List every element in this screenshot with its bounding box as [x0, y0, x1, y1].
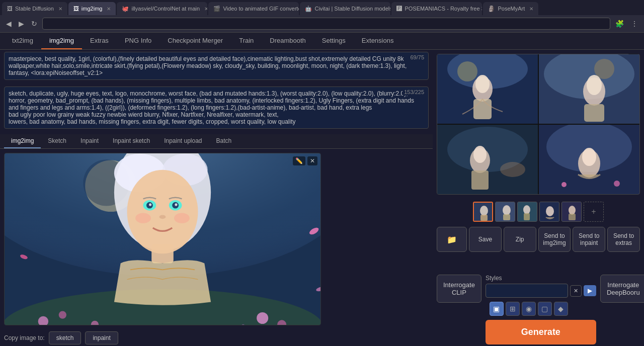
thumbnail-0[interactable]	[473, 202, 493, 222]
svg-point-7	[257, 312, 268, 324]
sub-tab-inpaint[interactable]: Inpaint	[73, 134, 106, 148]
tab-favicon: 🗿	[488, 6, 495, 12]
nav-tab-img2img[interactable]: img2img	[41, 33, 82, 49]
nav-tab-extras[interactable]: Extras	[82, 33, 117, 49]
tab-label: illyasviel/ControlNet at main	[131, 6, 200, 12]
browser-chrome: 🖼 Stable Diffusion ✕ 🖼 img2img ✕ 🐙 illya…	[0, 0, 644, 33]
negative-prompt-textarea[interactable]: sketch, duplicate, ugly, huge eyes, text…	[4, 86, 429, 129]
generated-image-3[interactable]	[437, 125, 538, 194]
svg-rect-43	[471, 170, 489, 190]
sub-tab-inpaint-sketch[interactable]: Inpaint sketch	[106, 134, 157, 148]
reload-button[interactable]: ↻	[29, 19, 39, 29]
positive-prompt-counter: 69/75	[409, 54, 426, 61]
positive-prompt-textarea[interactable]: masterpiece, best quality, 1girl, (color…	[4, 52, 429, 80]
interrogate-clip-button[interactable]: Interrogate CLIP	[437, 275, 481, 303]
tab-label: PoseMyArt	[498, 6, 525, 12]
tab-posemaniacs[interactable]: 🅿 POSEMANIACS - Royalty free 3... ✕	[391, 2, 482, 15]
svg-point-51	[614, 181, 620, 187]
styles-clear-button[interactable]: ✕	[570, 285, 582, 297]
svg-rect-57	[503, 214, 510, 220]
svg-point-21	[159, 215, 166, 219]
add-thumbnail-button[interactable]: +	[584, 202, 604, 222]
send-to-extras-button[interactable]: Send to extras	[607, 227, 640, 252]
tab-close-icon[interactable]: ✕	[204, 6, 207, 12]
controls-panel: Interrogate CLIP Styles ✕ ▶	[433, 273, 644, 346]
svg-point-23	[135, 213, 151, 224]
copy-to-inpaint-button[interactable]: inpaint	[85, 331, 118, 344]
tab-close-icon[interactable]: ✕	[529, 6, 533, 12]
thumbnail-1[interactable]	[495, 202, 515, 222]
thumbnail-4[interactable]	[561, 202, 582, 222]
negative-prompt-box: sketch, duplicate, ugly, huge eyes, text…	[4, 86, 429, 130]
nav-tab-dreambooth[interactable]: Dreambooth	[262, 33, 314, 49]
sub-tab-batch[interactable]: Batch	[209, 134, 239, 148]
sub-tab-sketch[interactable]: Sketch	[41, 134, 73, 148]
send-to-inpaint-button[interactable]: Send to inpaint	[573, 227, 605, 252]
right-sidebar: ✕	[433, 50, 644, 346]
tab-stable-diffusion[interactable]: 🖼 Stable Diffusion ✕	[2, 2, 67, 15]
style-icon-4[interactable]: ◆	[554, 302, 568, 316]
style-icon-0[interactable]: ▣	[490, 302, 504, 316]
styles-input[interactable]	[486, 284, 568, 298]
thumbnail-3[interactable]	[539, 202, 559, 222]
positive-prompt-section: masterpiece, best quality, 1girl, (color…	[0, 50, 433, 85]
nav-tab-settings[interactable]: Settings	[314, 33, 354, 49]
back-button[interactable]: ◀	[4, 19, 14, 29]
nav-tab-train[interactable]: Train	[231, 33, 262, 49]
tab-bar: 🖼 Stable Diffusion ✕ 🖼 img2img ✕ 🐙 illya…	[0, 0, 644, 15]
nav-tab-extensions[interactable]: Extensions	[354, 33, 402, 49]
sub-tab-img2img[interactable]: img2img	[4, 134, 41, 148]
tab-favicon: 🖼	[7, 6, 13, 12]
tab-close-icon[interactable]: ✕	[107, 6, 111, 12]
img2img-area: ✏️ ✕	[0, 149, 433, 329]
tab-img2img[interactable]: 🖼 img2img ✕	[68, 2, 116, 15]
left-column: masterpiece, best quality, 1girl, (color…	[0, 50, 433, 346]
svg-point-39	[587, 75, 602, 95]
nav-tab-checkpoint-merger[interactable]: Checkpoint Merger	[159, 33, 231, 49]
style-icon-1[interactable]: ⊞	[506, 302, 520, 316]
svg-point-6	[59, 311, 66, 318]
portrait-image	[5, 153, 320, 325]
copy-to-sketch-button[interactable]: sketch	[49, 331, 82, 344]
svg-point-53	[480, 206, 488, 216]
zip-button[interactable]: Zip	[504, 227, 536, 252]
send-to-img2img-button[interactable]: Send to img2img	[538, 227, 571, 252]
styles-input-row: ✕ ▶	[486, 284, 596, 298]
menu-button[interactable]: ⋮	[629, 19, 640, 29]
tab-close-icon[interactable]: ✕	[58, 6, 62, 12]
styles-apply-button[interactable]: ▶	[584, 285, 596, 296]
extensions-button[interactable]: 🧩	[613, 19, 626, 29]
save-button[interactable]: Save	[469, 227, 502, 252]
sub-tab-inpaint-upload[interactable]: Inpaint upload	[157, 134, 209, 148]
tab-favicon: 🤖	[305, 6, 312, 12]
svg-point-30	[457, 61, 477, 81]
upload-panel[interactable]: ✏️ ✕	[4, 153, 321, 325]
tab-favicon: 🎬	[213, 6, 220, 12]
svg-point-24	[174, 213, 190, 224]
upload-icons: ✏️ ✕	[293, 156, 317, 165]
edit-upload-button[interactable]: ✏️	[293, 156, 305, 165]
thumbnail-2[interactable]	[517, 202, 537, 222]
address-bar[interactable]: 127.0.0.1:7860	[42, 18, 610, 30]
nav-tab-png-info[interactable]: PNG Info	[117, 33, 159, 49]
generate-button[interactable]: Generate	[486, 320, 596, 344]
generated-image-4[interactable]	[539, 125, 639, 194]
style-icon-2[interactable]: ◉	[522, 302, 536, 316]
main-content: masterpiece, best quality, 1girl, (color…	[0, 50, 644, 346]
tab-civitai[interactable]: 🤖 Civitai | Stable Diffusion models... ✕	[300, 2, 390, 15]
folder-button[interactable]: 📁	[437, 227, 467, 252]
tab-label: Video to animated GIF converter	[223, 6, 299, 12]
svg-point-59	[523, 205, 530, 214]
generated-image-1[interactable]	[437, 54, 538, 124]
tab-favicon: 🐙	[122, 6, 129, 12]
forward-button[interactable]: ▶	[17, 19, 26, 29]
generated-image-2[interactable]	[539, 54, 639, 124]
interrogate-deepbooru-button[interactable]: Interrogate DeepBooru	[600, 275, 644, 303]
interrogate-clip-panel: Interrogate CLIP	[437, 275, 481, 344]
tab-gif[interactable]: 🎬 Video to animated GIF converter ✕	[208, 2, 299, 15]
tab-posemyart[interactable]: 🗿 PoseMyArt ✕	[483, 2, 538, 15]
clear-upload-button[interactable]: ✕	[307, 156, 317, 165]
style-icon-3[interactable]: ▢	[538, 302, 552, 316]
nav-tab-txt2img[interactable]: txt2img	[4, 33, 41, 49]
tab-controlnet[interactable]: 🐙 illyasviel/ControlNet at main ✕	[117, 2, 207, 15]
